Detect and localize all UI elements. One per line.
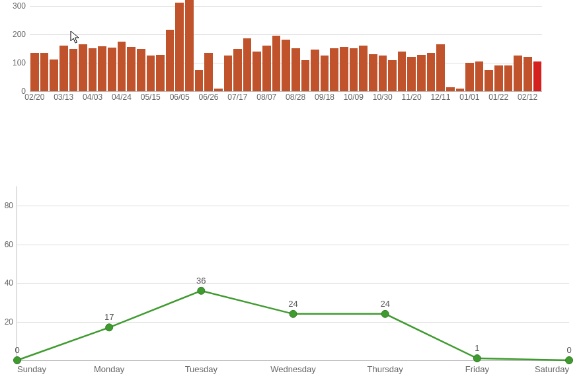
bar[interactable] <box>243 38 252 91</box>
bar[interactable] <box>195 70 204 91</box>
bar[interactable] <box>127 47 136 91</box>
bar-x-axis: 02/2003/1304/0304/2405/1506/0506/2607/17… <box>30 93 542 103</box>
bar-x-tick: 04/24 <box>112 93 132 102</box>
bar[interactable] <box>253 52 261 91</box>
bar[interactable] <box>446 87 455 91</box>
bar[interactable] <box>504 65 513 91</box>
bar-x-tick: 08/28 <box>286 93 305 102</box>
line-x-tick: Monday <box>94 360 124 374</box>
bar-x-tick: 11/20 <box>402 93 422 102</box>
bar[interactable] <box>166 30 175 91</box>
bar[interactable] <box>137 49 145 91</box>
bar[interactable] <box>79 44 87 91</box>
line-data-label: 36 <box>196 276 206 286</box>
bar[interactable] <box>156 55 165 91</box>
bar-y-tick: 100 <box>0 58 30 67</box>
line-x-tick: Friday <box>465 360 489 374</box>
bar-x-tick: 07/17 <box>227 93 247 102</box>
bar[interactable] <box>118 42 126 91</box>
line-x-tick: Wednesday <box>270 360 315 374</box>
bar-x-tick: 01/01 <box>459 93 479 102</box>
bar-x-tick: 09/18 <box>315 93 334 102</box>
bar[interactable] <box>69 49 78 91</box>
bar[interactable] <box>214 89 223 91</box>
bar[interactable] <box>50 59 58 91</box>
bar[interactable] <box>514 56 522 91</box>
bar[interactable] <box>524 57 532 91</box>
bar[interactable] <box>262 46 271 91</box>
bar[interactable] <box>98 46 106 91</box>
line-x-tick: Sunday <box>17 360 46 374</box>
bar[interactable] <box>233 49 242 91</box>
bar-x-tick: 04/03 <box>83 93 102 102</box>
bar[interactable] <box>340 47 348 91</box>
bar[interactable] <box>427 53 436 91</box>
line-series <box>17 186 569 360</box>
bar-x-tick: 01/22 <box>488 93 508 102</box>
bar[interactable] <box>147 56 155 91</box>
line-data-label: 24 <box>380 299 389 309</box>
line-point[interactable] <box>198 287 205 294</box>
line-point[interactable] <box>290 310 297 317</box>
bar[interactable] <box>292 48 300 91</box>
bar[interactable] <box>369 54 377 91</box>
bar[interactable] <box>89 48 97 91</box>
line-data-label: 24 <box>288 299 297 309</box>
bar-series <box>30 0 542 91</box>
bar[interactable] <box>330 48 338 91</box>
bar-x-tick: 12/11 <box>430 93 450 102</box>
line-x-tick: Tuesday <box>185 360 217 374</box>
bar[interactable] <box>175 3 184 91</box>
line-data-label: 0 <box>566 345 571 355</box>
bar-x-tick: 10/30 <box>373 93 393 102</box>
bar-x-tick: 06/05 <box>170 93 190 102</box>
bar[interactable] <box>272 36 281 91</box>
bar[interactable] <box>59 46 68 91</box>
bar[interactable] <box>388 60 397 91</box>
bar[interactable] <box>398 52 407 91</box>
bar-x-tick: 02/20 <box>24 93 44 102</box>
bar[interactable] <box>350 48 358 91</box>
bar[interactable] <box>311 50 319 91</box>
line-data-label: 17 <box>104 312 114 322</box>
line-point[interactable] <box>106 324 113 331</box>
bar-y-tick: 300 <box>0 1 30 11</box>
bar[interactable] <box>108 48 116 91</box>
line-data-label: 0 <box>15 345 19 355</box>
line-y-tick: 80 <box>0 201 17 210</box>
bar-x-tick: 05/15 <box>141 93 161 102</box>
bar[interactable] <box>533 61 542 91</box>
bar[interactable] <box>436 44 445 91</box>
bar[interactable] <box>417 55 426 91</box>
bar[interactable] <box>465 63 474 91</box>
bar[interactable] <box>359 46 368 91</box>
bar[interactable] <box>485 70 493 91</box>
bar[interactable] <box>224 56 233 91</box>
line-chart: 20406080 SundayMondayTuesdayWednesdayThu… <box>17 186 569 361</box>
page: 0100200300 02/2003/1304/0304/2405/1506/0… <box>0 0 583 392</box>
bar[interactable] <box>321 56 329 91</box>
bar[interactable] <box>475 61 484 91</box>
line-data-label: 1 <box>475 343 479 353</box>
bar-x-tick: 06/26 <box>199 93 219 102</box>
bar-x-tick: 08/07 <box>256 93 276 102</box>
bar[interactable] <box>40 53 49 91</box>
line-x-tick: Thursday <box>368 360 403 374</box>
bar-x-tick: 10/09 <box>344 93 364 102</box>
line-y-tick: 40 <box>0 278 17 288</box>
bar[interactable] <box>379 56 387 91</box>
bar[interactable] <box>456 89 465 91</box>
bar[interactable] <box>204 53 213 91</box>
bar[interactable] <box>301 60 310 91</box>
bar[interactable] <box>30 53 39 91</box>
line-y-tick: 20 <box>0 317 17 327</box>
bar[interactable] <box>282 40 290 91</box>
line-point[interactable] <box>381 310 389 317</box>
bar-x-tick: 02/12 <box>518 93 537 102</box>
bar[interactable] <box>185 0 194 91</box>
bar[interactable] <box>494 65 503 91</box>
bar[interactable] <box>407 57 416 91</box>
bar-x-tick: 03/13 <box>54 93 73 102</box>
line-x-tick: Saturday <box>535 360 569 374</box>
line-y-tick: 60 <box>0 240 17 249</box>
